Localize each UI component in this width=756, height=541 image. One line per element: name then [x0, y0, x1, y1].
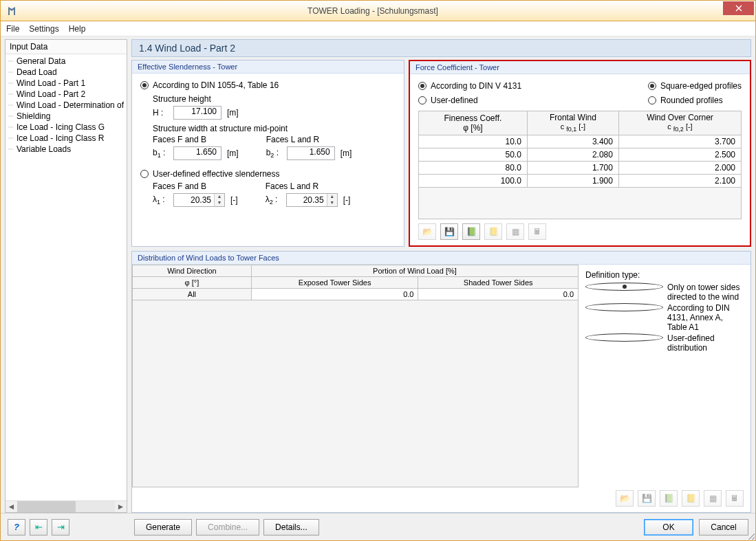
tree-item[interactable]: Dead Load [6, 67, 127, 78]
radio-fc-din[interactable] [418, 82, 426, 90]
spinner-up-icon[interactable]: ▲ [215, 194, 224, 200]
radio-fc-round[interactable] [648, 96, 656, 104]
faces-fb-label: Faces F and B [153, 135, 239, 144]
tree-item[interactable]: Ice Load - Icing Class R [6, 133, 127, 144]
generate-button[interactable]: Generate [134, 519, 192, 536]
group-title: Force Coefficient - Tower [410, 61, 750, 74]
page-title: 1.4 Wind Load - Part 2 [131, 39, 751, 57]
radio-def-only[interactable] [585, 283, 663, 291]
structure-height-label: Structure height [153, 94, 396, 104]
menu-help[interactable]: Help [69, 24, 86, 34]
tree-item[interactable]: Wind Load - Determination of G [6, 100, 127, 111]
scroll-left-icon[interactable]: ◄ [6, 502, 17, 511]
tree-item[interactable]: Wind Load - Part 2 [6, 89, 127, 100]
radio-label: Square-edged profiles [660, 81, 742, 91]
b2-label: b2 : [266, 148, 281, 159]
resize-grip-icon[interactable] [746, 531, 755, 540]
spinner-up-icon[interactable]: ▲ [327, 194, 337, 200]
table-icon[interactable]: ▦ [506, 223, 524, 240]
h-input[interactable]: 17.100 [173, 106, 222, 120]
titlebar: TOWER Loading - [Schulungsmast] [1, 1, 755, 21]
group-distribution: Distribution of Wind Loads to Tower Face… [131, 251, 751, 513]
help-button[interactable]: ? [8, 519, 25, 536]
structure-width-label: Structure width at structure mid-point [153, 124, 396, 133]
table-row[interactable]: 10.03.4003.700 [419, 135, 742, 148]
spinner-down-icon[interactable]: ▼ [215, 200, 224, 206]
menu-settings[interactable]: Settings [29, 24, 58, 34]
group-title: Distribution of Wind Loads to Tower Face… [132, 252, 750, 265]
table-icon[interactable]: ▦ [704, 490, 722, 507]
tree-item[interactable]: Wind Load - Part 1 [6, 78, 127, 89]
l1-unit: [-] [230, 195, 238, 205]
combine-button[interactable]: Combine... [196, 519, 259, 536]
th-exposed: Exposed Tower Sides [251, 277, 418, 289]
radio-slenderness-user[interactable] [140, 170, 149, 178]
tree-item[interactable]: Ice Load - Icing Class G [6, 122, 127, 133]
radio-fc-user[interactable] [418, 96, 426, 104]
save-icon[interactable]: 💾 [440, 223, 458, 240]
scroll-right-icon[interactable]: ► [115, 502, 127, 511]
th-portion: Portion of Wind Load [%] [251, 265, 578, 277]
spinner-down-icon[interactable]: ▼ [327, 200, 337, 206]
b2-input[interactable]: 1.650 [287, 146, 335, 160]
group-force-coefficient: Force Coefficient - Tower According to D… [409, 60, 751, 247]
radio-slenderness-din[interactable] [140, 81, 149, 89]
calculator-icon[interactable]: 🖩 [726, 490, 744, 507]
table-row[interactable]: 100.01.9002.100 [419, 175, 742, 188]
tree-hscrollbar[interactable]: ◄ ► [6, 500, 127, 512]
faces-lr-label: Faces L and R [266, 181, 351, 191]
excel-import-icon[interactable]: 📗 [660, 490, 678, 507]
fc-toolbar: 📂 💾 📗 📒 ▦ 🖩 [418, 223, 742, 240]
save-icon[interactable]: 💾 [638, 490, 656, 507]
definition-type-label: Definition type: [585, 270, 744, 280]
distribution-table-empty [132, 300, 579, 487]
l1-label: λ1 : [153, 195, 168, 206]
prev-button[interactable]: ⇤ [30, 519, 47, 536]
excel-export-icon[interactable]: 📒 [484, 223, 502, 240]
th-phi: φ [°] [133, 277, 252, 289]
radio-def-user[interactable] [585, 333, 663, 342]
table-row[interactable]: All 0.0 0.0 [133, 289, 579, 300]
menubar: File Settings Help [1, 21, 755, 36]
tree-item[interactable]: Shielding [6, 111, 127, 122]
radio-def-din[interactable] [585, 303, 663, 311]
th-fineness: Fineness Coeff.φ [%] [419, 111, 528, 135]
table-row[interactable]: 80.01.7002.000 [419, 162, 742, 175]
group-effective-slenderness: Effective Slenderness - Tower According … [131, 60, 404, 247]
open-icon[interactable]: 📂 [616, 490, 634, 507]
radio-label: According to DIN 4131, Annex A, Table A1 [667, 303, 744, 332]
menu-file[interactable]: File [6, 24, 19, 34]
radio-label: User-defined effective slenderness [153, 169, 280, 179]
input-data-tree: Input Data General Data Dead Load Wind L… [5, 39, 127, 513]
excel-import-icon[interactable]: 📗 [462, 223, 480, 240]
next-button[interactable]: ⇥ [52, 519, 69, 536]
b1-input[interactable]: 1.650 [173, 146, 222, 160]
close-button[interactable] [723, 1, 754, 15]
tree-item[interactable]: General Data [6, 56, 127, 67]
tree-item[interactable]: Variable Loads [6, 144, 127, 155]
app-icon [6, 5, 17, 16]
b1-unit: [m] [227, 148, 239, 158]
radio-fc-square[interactable] [648, 82, 656, 90]
details-button[interactable]: Details... [263, 519, 319, 536]
ok-button[interactable]: OK [644, 519, 693, 536]
cancel-button[interactable]: Cancel [699, 519, 748, 536]
footer: ? ⇤ ⇥ Generate Combine... Details... OK … [1, 513, 755, 540]
table-row[interactable]: 50.02.0802.500 [419, 148, 742, 162]
l2-spinner[interactable]: 20.35 ▲▼ [286, 193, 338, 207]
definition-type-panel: Definition type: Only on tower sides dir… [579, 265, 750, 487]
l2-unit: [-] [343, 195, 351, 205]
radio-label: User-defined [431, 96, 478, 105]
h-label: H : [153, 108, 168, 118]
excel-export-icon[interactable]: 📒 [682, 490, 700, 507]
force-coefficient-table: Fineness Coeff.φ [%] Frontal Windc f0,1 … [418, 111, 742, 219]
th-frontal: Frontal Windc f0,1 [-] [527, 111, 618, 135]
calculator-icon[interactable]: 🖩 [528, 223, 546, 240]
open-icon[interactable]: 📂 [418, 223, 436, 240]
th-shaded: Shaded Tower Sides [418, 277, 579, 289]
b1-label: b1 : [153, 148, 168, 159]
faces-fb-label: Faces F and B [153, 181, 238, 191]
group-title: Effective Slenderness - Tower [132, 60, 404, 74]
l1-spinner[interactable]: 20.35 ▲▼ [173, 193, 225, 207]
radio-label: According to DIN 1055-4, Table 16 [153, 80, 279, 90]
